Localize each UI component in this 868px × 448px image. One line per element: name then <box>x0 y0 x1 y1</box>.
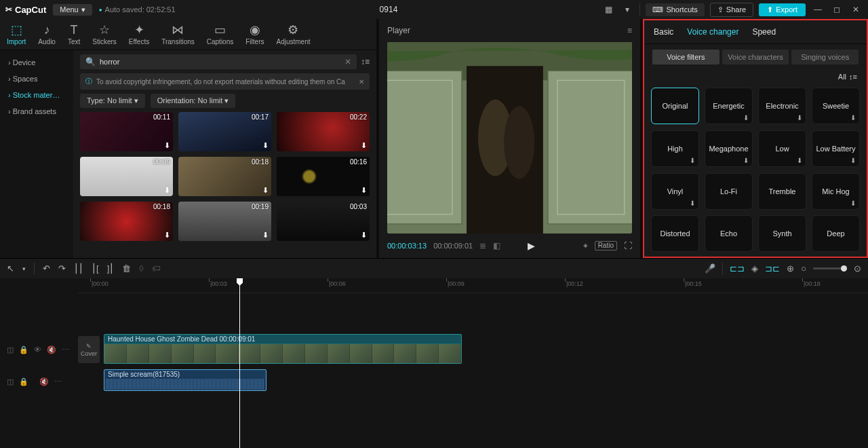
shortcuts-button[interactable]: ⌨ Shortcuts <box>646 3 704 16</box>
media-thumb[interactable]: 00:22⬇ <box>277 112 370 151</box>
compare-icon[interactable]: ◧ <box>493 241 500 250</box>
voice-preset[interactable]: Electronic⬇ <box>758 88 806 124</box>
panel-subtab[interactable]: Voice filters <box>652 50 719 64</box>
download-icon[interactable]: ⬇ <box>850 157 856 164</box>
split-icon[interactable]: ⎮⎮ <box>74 263 83 274</box>
sidebar-item[interactable]: › Spaces <box>0 71 73 87</box>
voice-preset[interactable]: Synth <box>758 215 806 252</box>
track-toggle-icon[interactable]: ◫ <box>7 346 14 354</box>
sidebar-item[interactable]: › Stock mater… <box>0 87 73 103</box>
sidebar-item[interactable]: › Device <box>0 54 73 71</box>
split-left-icon[interactable]: ⎮[ <box>92 263 99 274</box>
crop-icon[interactable]: ⌖ <box>583 241 588 250</box>
snap1-icon[interactable]: ⊏⊐ <box>730 263 745 274</box>
tool-tab-adjustment[interactable]: ⚙Adjustment <box>276 23 310 45</box>
eye-icon[interactable]: 👁 <box>34 346 41 354</box>
track-toggle-icon[interactable]: ◫ <box>7 377 14 386</box>
fullscreen-icon[interactable]: ⛶ <box>624 241 632 250</box>
delete-icon[interactable]: 🗑 <box>122 263 131 274</box>
split-right-icon[interactable]: ]⎮ <box>107 263 115 274</box>
panel-subtab[interactable]: Singing voices <box>791 50 859 64</box>
sort-icon[interactable]: ↕≡ <box>361 57 370 67</box>
media-thumb[interactable]: 00:17⬇ <box>178 112 271 151</box>
cover-button[interactable]: ✎Cover <box>78 336 100 363</box>
download-icon[interactable]: ⬇ <box>850 114 856 122</box>
crop-icon[interactable]: ◊ <box>139 263 143 274</box>
snap3-icon[interactable]: ⊐⊏ <box>765 263 780 274</box>
list-icon[interactable]: ≣ <box>479 241 486 250</box>
tool-tab-import[interactable]: ⬚Import <box>7 23 26 45</box>
more-icon[interactable]: ⋯ <box>62 346 69 354</box>
layout-icon[interactable]: ▦ <box>601 3 615 16</box>
tool-tab-stickers[interactable]: ☆Stickers <box>92 23 117 45</box>
media-thumb[interactable]: 00:11⬇ <box>80 112 173 151</box>
panel-tab[interactable]: Voice changer <box>687 27 738 37</box>
mic-icon[interactable]: 🎤 <box>705 263 715 274</box>
mute-icon[interactable]: 🔇 <box>39 377 49 386</box>
clear-icon[interactable]: ✕ <box>344 57 351 67</box>
download-icon[interactable]: ⬇ <box>164 231 170 240</box>
voice-preset[interactable]: Energetic⬇ <box>705 88 753 124</box>
all-filter[interactable]: All <box>838 73 846 81</box>
download-icon[interactable]: ⬇ <box>164 186 170 195</box>
search-input[interactable] <box>100 58 340 66</box>
snap2-icon[interactable]: ◈ <box>751 263 758 274</box>
media-thumb[interactable]: 00:18⬇ <box>178 157 271 196</box>
download-icon[interactable]: ⬇ <box>262 186 269 195</box>
voice-preset[interactable]: Mic Hog⬇ <box>812 173 860 210</box>
player-menu-icon[interactable]: ≡ <box>627 26 632 35</box>
lock-icon[interactable]: 🔒 <box>19 377 28 386</box>
orientation-filter[interactable]: Orientation: No limit ▾ <box>151 94 236 108</box>
video-clip[interactable]: Haunted House Ghost Zombie Dead 00:00:09… <box>104 334 462 364</box>
download-icon[interactable]: ⬇ <box>797 157 802 164</box>
voice-preset[interactable]: High⬇ <box>651 130 699 167</box>
voice-preset[interactable]: Low Battery⬇ <box>812 130 860 167</box>
dropdown-icon[interactable]: ▾ <box>22 265 26 272</box>
undo-icon[interactable]: ↶ <box>43 263 50 274</box>
media-thumb[interactable]: 00:18⬇ <box>80 202 173 241</box>
pointer-icon[interactable]: ↖ <box>7 263 14 274</box>
voice-preset[interactable]: Original <box>651 88 699 124</box>
download-icon[interactable]: ⬇ <box>743 114 749 122</box>
panel-subtab[interactable]: Voice characters <box>722 50 789 64</box>
media-thumb[interactable]: 00:16⬇ <box>277 157 370 196</box>
media-thumb[interactable]: 00:19⬇ <box>178 202 271 241</box>
download-icon[interactable]: ⬇ <box>262 141 269 150</box>
timeline[interactable]: |00:00|00:03|00:06|00:09|00:12|00:15|00:… <box>0 278 868 448</box>
download-icon[interactable]: ⬇ <box>361 141 367 150</box>
warning-close-icon[interactable]: ✕ <box>359 78 364 86</box>
time-ruler[interactable]: |00:00|00:03|00:06|00:09|00:12|00:15|00:… <box>78 278 868 293</box>
tool-tab-transitions[interactable]: ⋈Transitions <box>161 23 195 45</box>
close-icon[interactable]: ✕ <box>849 3 863 16</box>
voice-preset[interactable]: Low⬇ <box>758 130 806 167</box>
play-button[interactable]: ▶ <box>528 240 535 251</box>
align-icon[interactable]: ⊕ <box>787 263 794 274</box>
mute-icon[interactable]: 🔇 <box>47 346 56 354</box>
voice-preset[interactable]: Megaphone⬇ <box>705 130 753 167</box>
player-canvas[interactable] <box>387 42 632 234</box>
audio-clip[interactable]: Simple scream(817535) <box>104 369 267 391</box>
more-icon[interactable]: ⋯ <box>54 377 62 386</box>
download-icon[interactable]: ⬇ <box>361 186 367 195</box>
voice-preset[interactable]: Vinyl⬇ <box>651 173 699 210</box>
panel-tab[interactable]: Basic <box>654 27 673 37</box>
voice-preset[interactable]: Sweetie⬇ <box>812 88 860 124</box>
lock-icon[interactable]: 🔒 <box>19 346 28 354</box>
tool-tab-audio[interactable]: ♪Audio <box>38 23 56 45</box>
download-icon[interactable]: ⬇ <box>690 157 695 164</box>
fit-icon[interactable]: ⊙ <box>854 263 861 274</box>
panel-tab[interactable]: Speed <box>752 27 776 37</box>
zoom-out-icon[interactable]: ○ <box>801 263 806 274</box>
media-thumb[interactable]: 00:09⬇ <box>80 157 173 196</box>
download-icon[interactable]: ⬇ <box>262 231 269 240</box>
search-box[interactable]: 🔍 ✕ <box>80 54 357 69</box>
download-icon[interactable]: ⬇ <box>690 200 695 207</box>
filter-icon[interactable]: ↕≡ <box>849 73 857 81</box>
tool-tab-effects[interactable]: ✦Effects <box>129 23 149 45</box>
marker-icon[interactable]: 🏷 <box>152 263 161 274</box>
voice-preset[interactable]: Tremble <box>758 173 806 210</box>
redo-icon[interactable]: ↷ <box>58 263 66 274</box>
media-thumb[interactable]: 00:03⬇ <box>277 202 370 241</box>
tool-tab-captions[interactable]: ▭Captions <box>207 23 233 45</box>
download-icon[interactable]: ⬇ <box>164 141 170 150</box>
